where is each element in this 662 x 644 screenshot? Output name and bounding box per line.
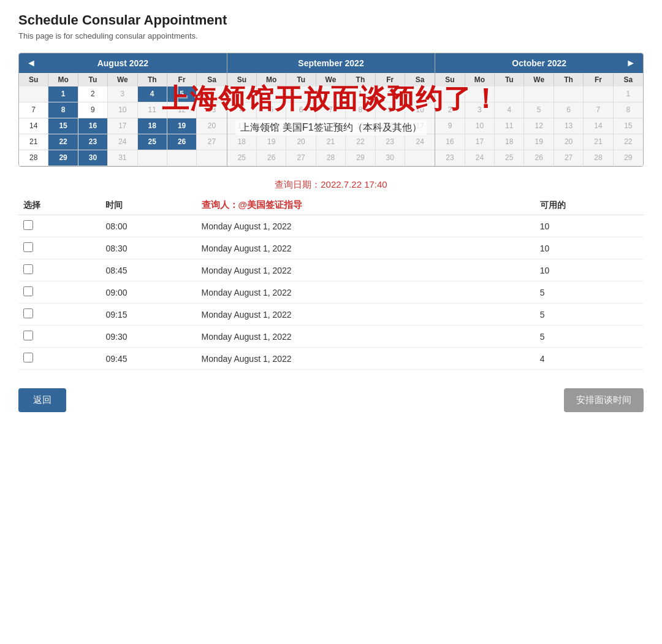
day-cell[interactable]: 18 xyxy=(138,118,167,134)
appointment-available: 10 xyxy=(535,237,644,259)
day-cell[interactable]: 29 xyxy=(48,150,78,166)
next-month-arrow[interactable]: ► xyxy=(621,58,641,69)
day-header-cell: Tu xyxy=(495,73,524,86)
day-cell: 21 xyxy=(316,134,346,150)
appointment-date: Monday August 1, 2022 xyxy=(197,282,535,304)
table-row: 08:00Monday August 1, 202210 xyxy=(18,215,644,237)
day-header-cell: Fr xyxy=(167,73,197,86)
day-cell[interactable]: 8 xyxy=(48,102,78,118)
appointment-checkbox[interactable] xyxy=(23,331,33,340)
appointment-date: Monday August 1, 2022 xyxy=(197,259,535,282)
day-cell[interactable]: 7 xyxy=(19,102,48,118)
appointment-checkbox[interactable] xyxy=(23,353,33,362)
day-cell: 16 xyxy=(376,118,405,134)
day-cell: 31 xyxy=(108,150,137,166)
day-cell[interactable]: 19 xyxy=(167,118,197,134)
day-cell[interactable]: 16 xyxy=(78,118,108,134)
day-cell: 8 xyxy=(346,102,375,118)
day-cell xyxy=(405,150,435,166)
appointment-available: 10 xyxy=(535,259,644,282)
day-cell xyxy=(316,86,346,102)
day-cell[interactable]: 9 xyxy=(78,102,108,118)
calendar-october: October 2022►SuMoTuWeThFrSa1234567891011… xyxy=(435,53,643,166)
appointment-available: 5 xyxy=(535,326,644,348)
prev-month-arrow[interactable]: ◄ xyxy=(21,58,41,69)
day-header-cell: We xyxy=(316,73,346,86)
day-cell: 15 xyxy=(346,118,375,134)
appointment-date: Monday August 1, 2022 xyxy=(197,326,535,348)
day-cell xyxy=(197,150,226,166)
day-headers-august: SuMoTuWeThFrSa xyxy=(19,73,227,86)
day-cell[interactable]: 15 xyxy=(48,118,78,134)
day-cell[interactable]: 2 xyxy=(78,86,108,102)
day-cell: 5 xyxy=(257,102,286,118)
appointment-checkbox[interactable] xyxy=(23,286,33,296)
day-cell xyxy=(584,86,613,102)
appointment-available: 10 xyxy=(535,215,644,237)
day-cell: 16 xyxy=(435,134,465,150)
day-cell xyxy=(524,86,554,102)
day-cell: 27 xyxy=(197,134,226,150)
day-cell xyxy=(19,86,48,102)
day-cell[interactable]: 25 xyxy=(138,134,167,150)
day-cell: 19 xyxy=(524,134,554,150)
appointment-checkbox[interactable] xyxy=(23,309,33,318)
day-cell[interactable]: 30 xyxy=(78,150,108,166)
appointment-time: 09:00 xyxy=(101,282,196,304)
appointment-checkbox[interactable] xyxy=(23,220,33,230)
day-header-cell: Th xyxy=(346,73,375,86)
day-cell: 3 xyxy=(405,86,435,102)
day-cell[interactable]: 4 xyxy=(138,86,167,102)
table-row: 09:30Monday August 1, 20225 xyxy=(18,326,644,348)
day-header-cell: Sa xyxy=(614,73,643,86)
day-cell: 24 xyxy=(405,134,435,150)
day-cell[interactable]: 21 xyxy=(19,134,48,150)
day-header-cell: Mo xyxy=(48,73,78,86)
col-date: 查询人：@美国签证指导 xyxy=(197,196,535,215)
day-cell: 2 xyxy=(376,86,405,102)
day-cell[interactable]: 14 xyxy=(19,118,48,134)
appointment-time: 09:15 xyxy=(101,304,196,326)
day-cell: 24 xyxy=(108,134,137,150)
day-cell: 13 xyxy=(197,102,226,118)
day-cell: 3 xyxy=(465,102,495,118)
calendar-container: ◄August 2022SuMoTuWeThFrSa12345678910111… xyxy=(18,53,644,167)
appointment-time: 09:30 xyxy=(101,326,196,348)
day-header-cell: Sa xyxy=(405,73,435,86)
page-title: Schedule Consular Appointment xyxy=(18,12,644,28)
day-cell[interactable]: 1 xyxy=(48,86,78,102)
day-cell xyxy=(435,86,465,102)
day-cell xyxy=(167,150,197,166)
day-cell: 10 xyxy=(465,118,495,134)
day-header-cell: Tu xyxy=(78,73,108,86)
day-cell: 13 xyxy=(286,118,316,134)
schedule-button[interactable]: 安排面谈时间 xyxy=(564,388,644,412)
appointment-checkbox[interactable] xyxy=(23,264,33,274)
day-cell: 6 xyxy=(197,86,226,102)
appointment-checkbox[interactable] xyxy=(23,242,33,252)
appointment-date: Monday August 1, 2022 xyxy=(197,215,535,237)
day-cell[interactable]: 28 xyxy=(19,150,48,166)
day-headers-september: SuMoTuWeThFrSa xyxy=(227,73,435,86)
day-cell[interactable]: 22 xyxy=(48,134,78,150)
day-cell xyxy=(465,86,495,102)
day-cell: 20 xyxy=(554,134,584,150)
table-row: 08:45Monday August 1, 202210 xyxy=(18,259,644,282)
day-cell[interactable]: 23 xyxy=(78,134,108,150)
month-header-august: ◄August 2022 xyxy=(19,53,227,73)
table-row: 08:30Monday August 1, 202210 xyxy=(18,237,644,259)
day-header-cell: Th xyxy=(554,73,584,86)
col-select: 选择 xyxy=(18,196,101,215)
back-button[interactable]: 返回 xyxy=(18,388,66,412)
day-cell[interactable]: 26 xyxy=(167,134,197,150)
day-cell: 28 xyxy=(316,150,346,166)
calendars-row: ◄August 2022SuMoTuWeThFrSa12345678910111… xyxy=(19,53,643,166)
month-title-october: October 2022 xyxy=(512,58,566,68)
day-header-cell: Mo xyxy=(257,73,286,86)
day-cell: 26 xyxy=(524,150,554,166)
days-grid-october: 1234567891011121314151617181920212223242… xyxy=(435,86,643,166)
day-cell xyxy=(257,86,286,102)
day-header-cell: Mo xyxy=(465,73,495,86)
day-cell: 20 xyxy=(197,118,226,134)
day-cell[interactable]: 5 xyxy=(167,86,197,102)
